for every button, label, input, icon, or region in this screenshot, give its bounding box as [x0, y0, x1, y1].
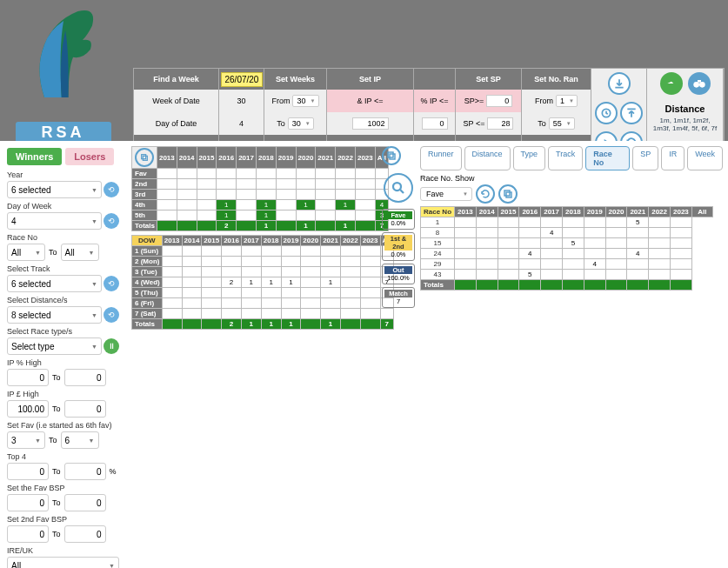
find-week-label: Find a Week	[134, 69, 218, 90]
stat-tab-week[interactable]: Week	[687, 146, 723, 170]
stat-tab-track[interactable]: Track	[548, 146, 583, 170]
week-of-date-label: Week of Date	[152, 97, 199, 105]
track-action[interactable]: ⟲	[104, 276, 119, 291]
ran-from-select[interactable]: 1	[556, 95, 578, 107]
badge-1st-2nd: 1st & 2nd0.0%	[382, 232, 415, 261]
sp-ge-input[interactable]	[486, 95, 512, 107]
svg-rect-9	[506, 192, 511, 197]
top4-to-input[interactable]	[64, 463, 106, 480]
favbsp-to-input[interactable]	[64, 494, 106, 511]
distance-action[interactable]: ⟲	[104, 307, 119, 323]
horse-logo-icon	[16, 0, 111, 120]
raceno-to-select[interactable]: All	[61, 244, 99, 261]
day-of-date-value: 4	[239, 119, 244, 128]
upload-button[interactable]	[620, 102, 643, 124]
set-weeks-label: Set Weeks	[264, 69, 326, 90]
stat-tab-race-no[interactable]: Race No	[585, 146, 630, 170]
weeks-to-select[interactable]: 30	[288, 117, 314, 130]
ipgbp-from-input[interactable]	[7, 400, 49, 418]
raceno-table: Race No201320142015201620172018201920202…	[420, 206, 713, 291]
copy-raceno-button[interactable]	[498, 184, 518, 204]
badge-fave: Fave0.0%	[382, 209, 415, 230]
svg-rect-10	[504, 190, 510, 196]
ireuk-select[interactable]: All	[7, 557, 119, 568]
svg-rect-5	[142, 155, 146, 159]
svg-rect-4	[143, 156, 147, 160]
svg-point-1	[693, 82, 699, 88]
badge-match: Match7	[382, 287, 415, 308]
stat-tab-runner[interactable]: Runner	[420, 146, 462, 170]
go-arrow-button[interactable]	[660, 72, 683, 95]
raceno-show-label: Race No. Show	[420, 174, 723, 183]
fav2bsp-from-input[interactable]	[7, 525, 49, 543]
position-table: 2013201420152016201720182019202020212022…	[131, 146, 389, 231]
year-action[interactable]: ⟲	[104, 182, 119, 197]
stat-tab-ir[interactable]: IR	[661, 146, 685, 170]
refresh-raceno-button[interactable]	[476, 184, 495, 204]
year-select[interactable]: 6 selected	[7, 181, 102, 198]
raceno-from-select[interactable]: All	[7, 244, 45, 261]
svg-rect-3	[698, 80, 701, 83]
day-of-date-label: Day of Date	[156, 119, 197, 128]
stat-tab-sp[interactable]: SP	[632, 146, 658, 170]
ip-to-input[interactable]	[352, 117, 389, 130]
distance-select[interactable]: 8 selected	[7, 306, 102, 324]
svg-rect-7	[388, 152, 393, 157]
set-sp-label: Set SP	[456, 69, 521, 90]
search-button[interactable]	[384, 173, 413, 203]
set-ip-label: Set IP	[327, 69, 413, 90]
copy-pos-button[interactable]	[382, 146, 401, 165]
dow-action[interactable]: ⟲	[104, 213, 119, 229]
dow-table: DOW2013201420152016201720182019202020212…	[131, 235, 394, 330]
ip-pct-to-input[interactable]	[422, 117, 448, 130]
favbsp-from-input[interactable]	[7, 494, 49, 511]
logo-label: RSA	[16, 122, 111, 144]
dow-select[interactable]: 4	[7, 212, 102, 230]
badge-out: Out100.0%	[382, 264, 415, 284]
sidebar: Winners Losers Year 6 selected⟲ Day of W…	[0, 141, 126, 568]
ippct-to-input[interactable]	[64, 369, 106, 386]
distance-list: 1m, 1m1f, 1m2f, 1m3f, 1m4f, 5f, 6f, 7f	[652, 117, 718, 132]
top4-from-input[interactable]	[7, 463, 49, 480]
fav2bsp-to-input[interactable]	[64, 525, 106, 543]
clock-button[interactable]	[595, 102, 618, 124]
ipgbp-to-input[interactable]	[64, 400, 106, 418]
week-of-date-value: 30	[237, 97, 245, 105]
stat-tab-distance[interactable]: Distance	[464, 146, 511, 170]
tab-losers[interactable]: Losers	[65, 148, 114, 165]
racetype-select[interactable]: Select type	[7, 337, 102, 355]
svg-rect-6	[390, 154, 395, 159]
track-select[interactable]: 6 selected	[7, 275, 102, 292]
svg-point-2	[699, 82, 705, 88]
ippct-from-input[interactable]	[7, 369, 49, 386]
logo: RSA	[0, 0, 126, 141]
stat-tabs: RunnerDistanceTypeTrackRace NoSPIRWeek	[420, 146, 723, 170]
setfav-from-select[interactable]: 3	[7, 431, 45, 449]
fave-mode-select[interactable]: Fave	[420, 187, 472, 201]
binoculars-button[interactable]	[688, 72, 711, 95]
download-button[interactable]	[608, 72, 631, 95]
set-no-ran-label: Set No. Ran	[522, 69, 591, 90]
stat-tab-type[interactable]: Type	[513, 146, 546, 170]
sp-le-input[interactable]	[487, 117, 513, 130]
find-week-date-input[interactable]	[221, 72, 263, 87]
ran-to-select[interactable]: 55	[549, 117, 575, 130]
weeks-from-select[interactable]: 30	[292, 95, 318, 107]
tab-winners[interactable]: Winners	[7, 148, 62, 165]
racetype-action[interactable]: ⏸	[104, 338, 119, 354]
setfav-to-select[interactable]: 6	[61, 431, 99, 449]
svg-point-8	[393, 183, 401, 190]
copy-header-button[interactable]	[135, 148, 154, 167]
distance-title: Distance	[665, 104, 705, 114]
